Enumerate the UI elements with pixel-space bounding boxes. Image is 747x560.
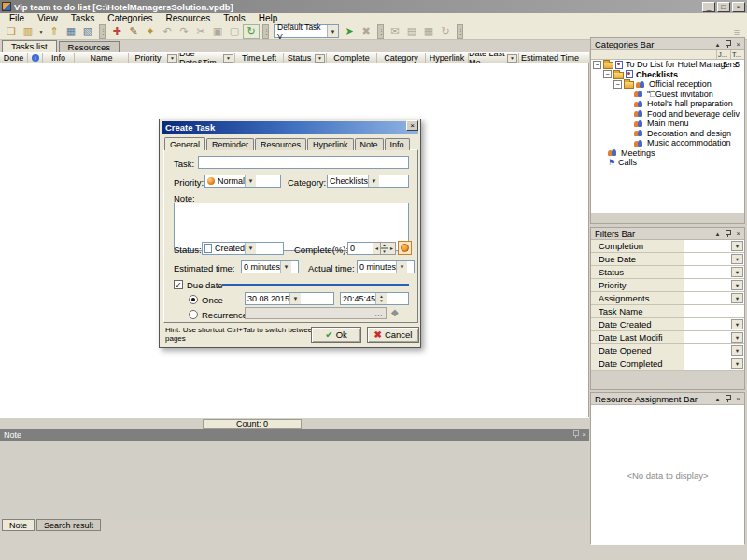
menu-categories[interactable]: Categories	[101, 13, 159, 23]
dropdown-icon[interactable]: ▼	[245, 175, 256, 187]
tab-note[interactable]: Note	[355, 138, 384, 150]
menu-file[interactable]: File	[3, 13, 31, 23]
filter-row-priority[interactable]: Priority▼	[591, 279, 744, 292]
priority-filter-icon[interactable]: ▼	[167, 54, 177, 63]
filter-row-date-completed[interactable]: Date Completed▼	[591, 357, 744, 371]
tree-item-main-menu[interactable]: Main menu	[591, 119, 744, 129]
filter-dropdown-icon[interactable]: ▼	[731, 293, 743, 303]
pin-icon[interactable]	[725, 230, 731, 238]
status-filter-icon[interactable]: ▼	[315, 54, 325, 63]
column-date-last-modified[interactable]: Date Last Mo▼	[469, 53, 519, 63]
combo-dropdown-icon[interactable]: ▼	[327, 25, 338, 37]
cancel-button[interactable]: ✖ Cancel	[367, 327, 419, 343]
refresh-button[interactable]: ↻	[243, 24, 260, 39]
clear-task-button[interactable]: ✖	[358, 24, 374, 39]
toolbar-grip[interactable]: ⋮	[262, 24, 269, 39]
export-button[interactable]: ⇑	[46, 24, 63, 39]
collapse-icon[interactable]: ▴	[713, 40, 722, 49]
restore-button[interactable]: □	[717, 2, 730, 12]
tree-item-meetings[interactable]: Meetings	[591, 148, 744, 159]
tree-item-root[interactable]: − To Do List for Hotel Managers 5 5	[591, 60, 744, 70]
tree-expander[interactable]: −	[613, 80, 622, 89]
tab-resources[interactable]: Resources	[255, 138, 306, 150]
recurrence-browse-icon[interactable]: ◆	[391, 307, 399, 317]
column-category[interactable]: Category	[377, 53, 426, 63]
tab-reminder[interactable]: Reminder	[206, 138, 254, 150]
due-date-picker[interactable]: 30.08.2015 ▼	[245, 292, 334, 305]
paste-button[interactable]: ▢	[226, 24, 243, 39]
category-combo[interactable]: Checklists ▼	[327, 175, 409, 188]
collapse-icon[interactable]: ▴	[713, 395, 722, 403]
menu-tools[interactable]: Tools	[217, 13, 251, 23]
close-button[interactable]: ×	[732, 2, 745, 12]
column-complete[interactable]: Complete	[327, 53, 377, 63]
column-info[interactable]: Info	[43, 53, 75, 63]
close-icon[interactable]: ×	[582, 430, 586, 440]
tree-item-decoration[interactable]: Decoration and design	[591, 129, 744, 139]
categories-col-1[interactable]: J...	[716, 50, 730, 60]
dropdown-icon[interactable]: ▼	[289, 293, 301, 304]
pin-icon[interactable]	[725, 395, 731, 403]
filter-dropdown-icon[interactable]: ▼	[731, 241, 743, 251]
task-input[interactable]	[198, 156, 409, 169]
new-button[interactable]: ❏	[3, 24, 20, 39]
ok-button[interactable]: ✔ Ok	[311, 327, 361, 343]
filter-row-status[interactable]: Status▼	[591, 266, 744, 279]
column-time-left[interactable]: Time Left	[235, 53, 284, 63]
recurrence-radio[interactable]	[189, 310, 198, 319]
edit-task-button[interactable]: ✎	[125, 24, 142, 39]
toolbar-grip[interactable]: ⋮	[457, 24, 463, 39]
tree-expander[interactable]: −	[593, 61, 601, 69]
close-icon[interactable]: ×	[734, 230, 742, 238]
minimize-button[interactable]: _	[702, 2, 715, 12]
column-status[interactable]: Status▼	[284, 53, 327, 63]
column-priority-icon[interactable]: i	[28, 53, 43, 63]
tab-general[interactable]: General	[164, 137, 205, 150]
tab-info[interactable]: Info	[385, 138, 410, 150]
print-button[interactable]: ▦	[63, 24, 79, 39]
tree-item-checklists[interactable]: − Checklists	[591, 70, 744, 80]
close-icon[interactable]: ×	[734, 40, 742, 49]
dialog-close-button[interactable]: ×	[406, 120, 418, 131]
menu-tasks[interactable]: Tasks	[64, 13, 102, 23]
note-panel-body[interactable]	[0, 441, 589, 519]
column-due-date[interactable]: Due Date&Tim▼	[179, 53, 235, 63]
time-spinner[interactable]: ▲▼	[375, 293, 387, 304]
dropdown-icon[interactable]: ▼	[280, 261, 291, 273]
tree-item-guest-invitation[interactable]: "□Guest invitation	[591, 90, 744, 100]
filter-row-date-opened[interactable]: Date Opened▼	[591, 344, 744, 357]
menu-view[interactable]: View	[31, 13, 64, 23]
email-button[interactable]: ✉	[387, 24, 403, 39]
column-estimated-time[interactable]: Estimated Time	[519, 53, 581, 63]
filter-row-date-created[interactable]: Date Created▼	[591, 318, 744, 331]
tab-tasks-list[interactable]: Tasks list	[2, 40, 57, 52]
tab-hyperlink[interactable]: Hyperlink	[307, 138, 354, 150]
categories-col-2[interactable]: T...	[730, 50, 744, 60]
filter-dropdown-icon[interactable]: ▼	[731, 358, 743, 369]
toolbar-grip[interactable]: ⋮	[99, 24, 106, 39]
step-max-button[interactable]: ►	[388, 242, 396, 255]
tree-item-music[interactable]: Music accommodation	[591, 138, 744, 148]
once-radio[interactable]	[189, 295, 198, 304]
collapse-icon[interactable]: ▴	[713, 230, 722, 238]
filter-row-completion[interactable]: Completion▼	[591, 240, 744, 253]
tree-item-hall-preparation[interactable]: Hotel's hall preparation	[591, 99, 744, 109]
filter-row-date-last-modified[interactable]: Date Last Modifi▼	[591, 331, 744, 344]
default-task-combo[interactable]: Default Task V ▼	[274, 24, 339, 38]
redo-button[interactable]: ↷	[176, 24, 192, 39]
dropdown-icon[interactable]: ▼	[245, 243, 256, 254]
add-task-button[interactable]: ✚	[108, 24, 125, 39]
complete-dial-button[interactable]	[398, 241, 412, 255]
tab-note[interactable]: Note	[2, 519, 35, 531]
open-dropdown-icon[interactable]: ▼	[36, 24, 46, 39]
dropdown-icon[interactable]: ▼	[396, 261, 407, 273]
actual-time-combo[interactable]: 0 minutes ▼	[357, 260, 415, 273]
tab-search-result[interactable]: Search result	[36, 519, 101, 531]
tree-item-official-reception[interactable]: − Official reception	[591, 79, 744, 90]
filter-dropdown-icon[interactable]: ▼	[731, 280, 743, 290]
permissions-button[interactable]: ✦	[142, 24, 159, 39]
report-button[interactable]: ▦	[420, 24, 437, 39]
column-hyperlink[interactable]: Hyperlink	[426, 53, 469, 63]
column-name[interactable]: Name	[75, 53, 129, 63]
pin-icon[interactable]	[572, 430, 579, 439]
